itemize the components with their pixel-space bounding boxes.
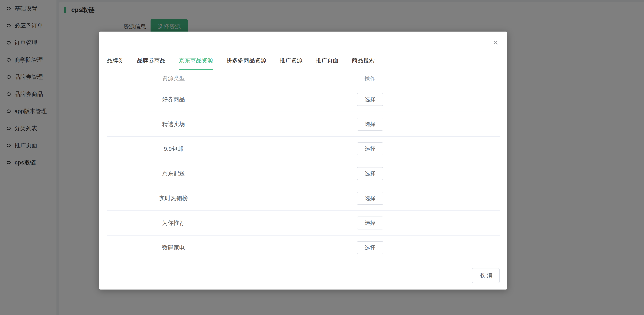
select-button[interactable]: 选择 <box>357 93 384 106</box>
dialog-tab-label: 品牌券 <box>107 57 124 64</box>
select-button[interactable]: 选择 <box>357 192 384 205</box>
resource-type-cell: 精选卖场 <box>107 120 240 128</box>
table-row: 实时热销榜 选择 <box>107 186 500 211</box>
resource-select-dialog: × 品牌券 品牌券商品 京东商品资源 拼多多商品资源 <box>99 32 507 290</box>
resource-type-cell: 数码家电 <box>107 244 240 252</box>
action-cell: 选择 <box>240 93 500 106</box>
cancel-button[interactable]: 取 消 <box>472 268 500 283</box>
resource-type-cell: 好券商品 <box>107 96 240 104</box>
dialog-tab-label: 拼多多商品资源 <box>226 57 266 64</box>
select-button[interactable]: 选择 <box>357 241 384 254</box>
table-row: 数码家电 选择 <box>107 236 500 260</box>
action-cell: 选择 <box>240 142 500 155</box>
action-cell: 选择 <box>240 241 500 254</box>
dialog-tab-label: 商品搜索 <box>352 57 375 64</box>
table-header-row: 资源类型 操作 <box>107 70 500 87</box>
dialog-tabs: 品牌券 品牌券商品 京东商品资源 拼多多商品资源 推广资源 <box>107 57 500 70</box>
resource-type-cell: 为你推荐 <box>107 219 240 227</box>
column-header-resource-type: 资源类型 <box>107 74 240 82</box>
dialog-tab-label: 品牌券商品 <box>137 57 166 64</box>
dialog-tab[interactable]: 推广页面 <box>316 57 338 69</box>
dialog-tab-label: 推广资源 <box>280 57 302 64</box>
close-icon[interactable]: × <box>490 37 501 48</box>
table-row: 好券商品 选择 <box>107 87 500 112</box>
dialog-tab[interactable]: 品牌券商品 <box>137 57 166 69</box>
resource-type-cell: 9.9包邮 <box>107 145 240 153</box>
dialog-tab-label: 推广页面 <box>316 57 338 64</box>
action-cell: 选择 <box>240 167 500 180</box>
dialog-tab[interactable]: 京东商品资源 <box>179 57 213 69</box>
dialog-tab[interactable]: 拼多多商品资源 <box>226 57 266 69</box>
resource-type-cell: 京东配送 <box>107 170 240 178</box>
table-body: 好券商品 选择 精选卖场 选择 9.9包邮 选择 <box>107 87 500 260</box>
select-button[interactable]: 选择 <box>357 216 384 230</box>
dialog-tab-label: 京东商品资源 <box>179 57 213 64</box>
table-row: 京东配送 选择 <box>107 162 500 186</box>
table-row: 为你推荐 选择 <box>107 211 500 236</box>
table-row: 精选卖场 选择 <box>107 112 500 137</box>
column-header-action: 操作 <box>240 74 500 82</box>
dialog-tab[interactable]: 商品搜索 <box>352 57 375 69</box>
action-cell: 选择 <box>240 216 500 230</box>
resource-type-cell: 实时热销榜 <box>107 194 240 202</box>
dialog-tab[interactable]: 推广资源 <box>280 57 302 69</box>
dialog-tab[interactable]: 品牌券 <box>107 57 124 69</box>
action-cell: 选择 <box>240 192 500 205</box>
action-cell: 选择 <box>240 118 500 130</box>
dialog-footer: 取 消 <box>99 260 507 291</box>
select-button[interactable]: 选择 <box>357 118 384 130</box>
dialog-body: 品牌券 品牌券商品 京东商品资源 拼多多商品资源 推广资源 <box>99 57 507 260</box>
select-button[interactable]: 选择 <box>357 167 384 180</box>
select-button[interactable]: 选择 <box>357 142 384 155</box>
table-row: 9.9包邮 选择 <box>107 137 500 162</box>
